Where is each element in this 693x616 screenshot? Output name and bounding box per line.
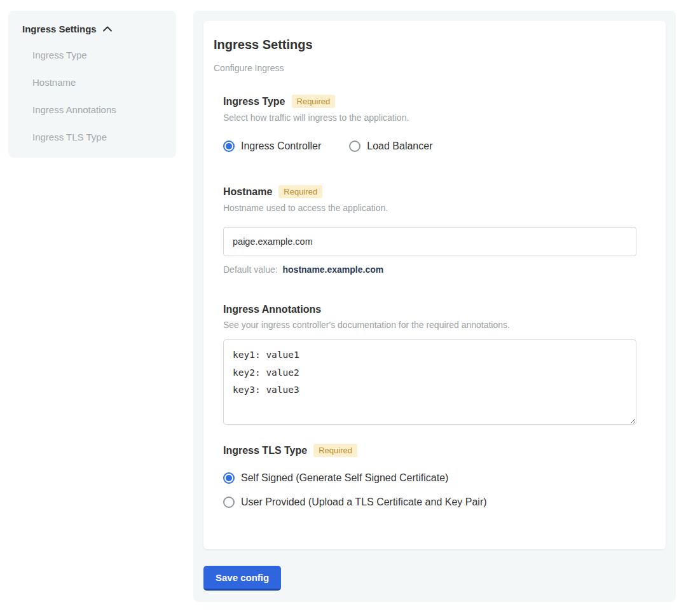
- ingress-tls-options: Self Signed (Generate Self Signed Certif…: [223, 472, 646, 508]
- sidebar-group-ingress-settings[interactable]: Ingress Settings: [22, 24, 165, 34]
- sidebar-item-ingress-annotations[interactable]: Ingress Annotations: [32, 104, 165, 115]
- sidebar-group-label: Ingress Settings: [22, 24, 97, 34]
- section-ingress-annotations: Ingress Annotations See your ingress con…: [223, 304, 646, 427]
- sidebar-item-hostname[interactable]: Hostname: [32, 77, 165, 88]
- card-subtitle: Configure Ingress: [214, 63, 655, 73]
- radio-ingress-controller[interactable]: Ingress Controller: [223, 140, 321, 152]
- ingress-type-label: Ingress Type: [223, 96, 285, 107]
- ingress-type-help: Select how traffic will ingress to the a…: [223, 113, 646, 123]
- sidebar-item-ingress-type[interactable]: Ingress Type: [32, 50, 165, 60]
- chevron-up-icon: [103, 26, 112, 32]
- required-badge: Required: [313, 444, 357, 457]
- sidebar-item-ingress-tls-type[interactable]: Ingress TLS Type: [32, 132, 165, 142]
- radio-load-balancer[interactable]: Load Balancer: [349, 140, 432, 152]
- required-badge: Required: [292, 95, 336, 108]
- config-nav-sidebar: Ingress Settings Ingress Type Hostname I…: [8, 11, 176, 158]
- card-title: Ingress Settings: [214, 38, 655, 52]
- required-badge: Required: [278, 185, 322, 198]
- hostname-label: Hostname: [223, 186, 272, 198]
- hostname-help: Hostname used to access the application.: [223, 203, 646, 213]
- radio-ingress-controller-control[interactable]: [223, 140, 235, 152]
- config-panel: Ingress Settings Configure Ingress Ingre…: [193, 11, 676, 602]
- section-ingress-tls-type: Ingress TLS Type Required Self Signed (G…: [223, 444, 646, 508]
- ingress-annotations-help: See your ingress controller's documentat…: [223, 320, 646, 330]
- hostname-input[interactable]: [223, 227, 636, 256]
- ingress-annotations-textarea[interactable]: key1: value1 key2: value2 key3: value3: [223, 339, 636, 425]
- radio-load-balancer-label: Load Balancer: [367, 140, 432, 152]
- radio-self-signed-control[interactable]: [223, 472, 235, 484]
- hostname-default-line: Default value: hostname.example.com: [223, 264, 646, 275]
- section-hostname: Hostname Required Hostname used to acces…: [223, 185, 646, 275]
- radio-user-provided-label: User Provided (Upload a TLS Certificate …: [241, 496, 487, 508]
- ingress-type-options: Ingress Controller Load Balancer: [223, 140, 646, 152]
- section-ingress-type: Ingress Type Required Select how traffic…: [223, 95, 646, 152]
- radio-ingress-controller-label: Ingress Controller: [241, 140, 321, 152]
- ingress-tls-type-label: Ingress TLS Type: [223, 445, 307, 456]
- radio-self-signed-label: Self Signed (Generate Self Signed Certif…: [241, 472, 448, 484]
- save-config-button[interactable]: Save config: [203, 566, 281, 591]
- ingress-annotations-label: Ingress Annotations: [223, 304, 321, 315]
- radio-user-provided[interactable]: User Provided (Upload a TLS Certificate …: [223, 496, 646, 508]
- hostname-default-value: hostname.example.com: [283, 264, 384, 275]
- radio-self-signed[interactable]: Self Signed (Generate Self Signed Certif…: [223, 472, 646, 484]
- hostname-default-label: Default value:: [223, 264, 278, 275]
- ingress-settings-card: Ingress Settings Configure Ingress Ingre…: [203, 21, 666, 549]
- radio-load-balancer-control[interactable]: [349, 140, 360, 152]
- sidebar-items: Ingress Type Hostname Ingress Annotation…: [32, 50, 165, 142]
- radio-user-provided-control[interactable]: [223, 496, 235, 508]
